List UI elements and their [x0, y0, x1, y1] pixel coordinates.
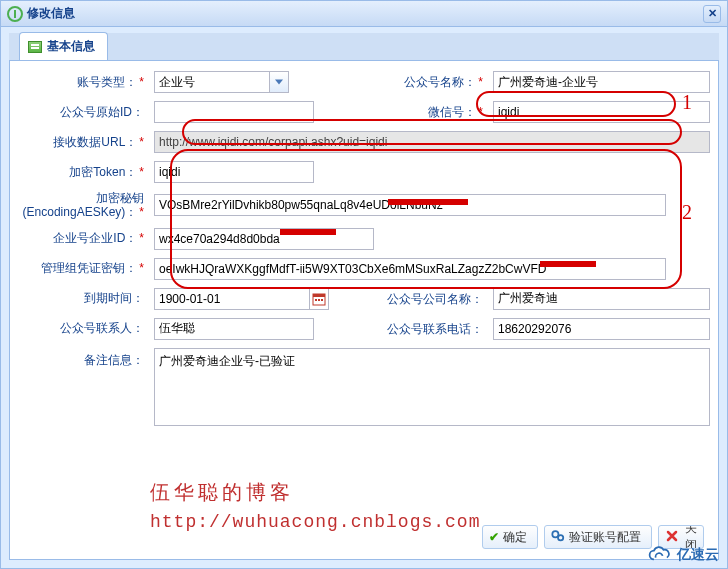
aes-input[interactable]	[154, 194, 666, 216]
orig-id-input[interactable]	[154, 101, 314, 123]
dialog-body: 基本信息 账号类型：* 公众号名称：* 公众号原始ID： 微信号：* 接收数据	[9, 33, 719, 560]
svg-rect-4	[321, 299, 323, 301]
company-input[interactable]	[493, 288, 710, 310]
label-orig-id: 公众号原始ID：	[18, 104, 148, 121]
label-account-type: 账号类型：*	[18, 74, 148, 91]
close-button[interactable]: ✕	[703, 5, 721, 23]
annotation-num-1: 1	[682, 91, 692, 114]
gear-icon	[551, 529, 565, 546]
corp-id-input[interactable]	[154, 228, 374, 250]
label-token: 加密Token：*	[18, 164, 148, 181]
phone-input[interactable]	[493, 318, 710, 340]
ok-button[interactable]: ✔ 确定	[482, 525, 538, 549]
label-company: 公众号公司名称：	[377, 292, 487, 306]
verify-config-button[interactable]: 验证账号配置	[544, 525, 652, 549]
form-icon	[28, 41, 42, 53]
edit-add-icon	[7, 6, 23, 22]
pub-name-input[interactable]	[493, 71, 710, 93]
svg-rect-2	[315, 299, 317, 301]
expire-date-field[interactable]	[154, 288, 329, 310]
check-icon: ✔	[489, 530, 499, 544]
label-corp-id: 企业号企业ID：*	[18, 230, 148, 247]
expire-input[interactable]	[154, 288, 309, 310]
dialog-window: 修改信息 ✕ 基本信息 账号类型：* 公众号名称：* 公众号原始ID	[0, 0, 728, 569]
tab-strip: 基本信息	[9, 33, 719, 61]
label-wechat: 微信号：*	[377, 104, 487, 121]
remark-textarea[interactable]	[154, 348, 710, 426]
label-expire: 到期时间：	[18, 290, 148, 307]
svg-point-6	[558, 535, 563, 540]
calendar-icon[interactable]	[309, 288, 329, 310]
label-aes: 加密秘钥 (EncodingAESKey)：*	[18, 191, 148, 220]
form-grid: 账号类型：* 公众号名称：* 公众号原始ID： 微信号：* 接收数据URL：* …	[18, 71, 710, 429]
close-icon	[665, 529, 679, 546]
token-input[interactable]	[154, 161, 314, 183]
svg-rect-1	[313, 294, 325, 297]
label-mgmt-key: 管理组凭证密钥：*	[18, 260, 148, 277]
cancel-button[interactable]: 关闭	[658, 525, 704, 549]
contact-input[interactable]	[154, 318, 314, 340]
label-url: 接收数据URL：*	[18, 134, 148, 151]
mgmt-key-input[interactable]	[154, 258, 666, 280]
account-type-combo[interactable]	[154, 71, 294, 93]
account-type-input[interactable]	[154, 71, 269, 93]
url-input[interactable]	[154, 131, 710, 153]
window-title: 修改信息	[27, 5, 75, 22]
watermark: 伍华聪的博客 http://wuhuacong.cnblogs.com	[150, 476, 480, 537]
tab-basic-info[interactable]: 基本信息	[19, 32, 108, 60]
label-pub-name: 公众号名称：*	[377, 74, 487, 91]
label-phone: 公众号联系电话：	[377, 322, 487, 336]
annotation-num-2: 2	[682, 201, 692, 224]
form-panel: 账号类型：* 公众号名称：* 公众号原始ID： 微信号：* 接收数据URL：* …	[9, 61, 719, 560]
label-contact: 公众号联系人：	[18, 320, 148, 337]
chevron-down-icon[interactable]	[269, 71, 289, 93]
button-bar: ✔ 确定 验证账号配置 关闭	[482, 525, 704, 549]
svg-rect-3	[318, 299, 320, 301]
titlebar: 修改信息 ✕	[1, 1, 727, 27]
label-remark: 备注信息：	[18, 348, 148, 369]
tab-label: 基本信息	[47, 38, 95, 55]
wechat-input[interactable]	[493, 101, 710, 123]
